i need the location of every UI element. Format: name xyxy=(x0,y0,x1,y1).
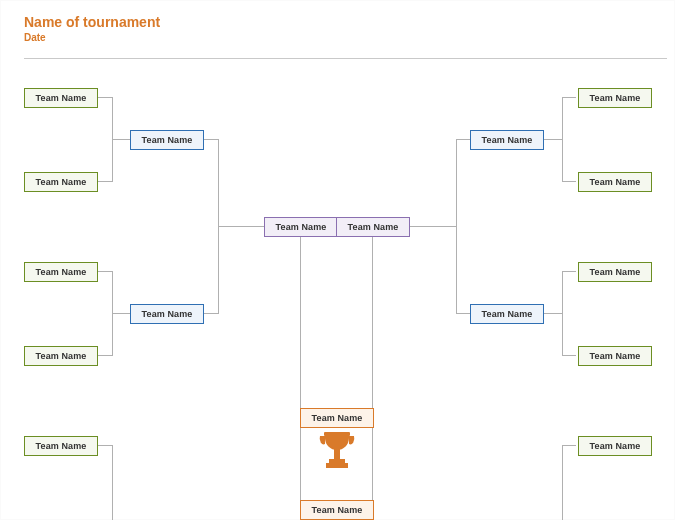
svg-rect-1 xyxy=(334,449,340,459)
team-slot-l2-2[interactable]: Team Name xyxy=(130,304,204,324)
team-slot-final-top[interactable]: Team Name xyxy=(300,408,374,428)
team-slot-r1-5[interactable]: Team Name xyxy=(578,436,652,456)
tournament-title: Name of tournament xyxy=(24,14,160,30)
svg-rect-2 xyxy=(329,459,345,463)
team-slot-l1-2[interactable]: Team Name xyxy=(24,172,98,192)
team-slot-r2-1[interactable]: Team Name xyxy=(470,130,544,150)
team-slot-semi-left[interactable]: Team Name xyxy=(264,217,338,237)
team-slot-r1-1[interactable]: Team Name xyxy=(578,88,652,108)
svg-rect-0 xyxy=(324,432,350,436)
trophy-icon xyxy=(316,430,358,482)
team-slot-r2-2[interactable]: Team Name xyxy=(470,304,544,324)
team-slot-l1-3[interactable]: Team Name xyxy=(24,262,98,282)
team-slot-semi-right[interactable]: Team Name xyxy=(336,217,410,237)
tournament-bracket-page: Name of tournament Date Team Name Team N… xyxy=(0,0,675,520)
tournament-date: Date xyxy=(24,32,46,43)
team-slot-l1-4[interactable]: Team Name xyxy=(24,346,98,366)
team-slot-l1-5[interactable]: Team Name xyxy=(24,436,98,456)
team-slot-final-bottom[interactable]: Team Name xyxy=(300,500,374,520)
svg-rect-3 xyxy=(326,463,348,468)
team-slot-l2-1[interactable]: Team Name xyxy=(130,130,204,150)
team-slot-r1-4[interactable]: Team Name xyxy=(578,346,652,366)
team-slot-l1-1[interactable]: Team Name xyxy=(24,88,98,108)
team-slot-r1-2[interactable]: Team Name xyxy=(578,172,652,192)
header-divider xyxy=(24,58,667,59)
team-slot-r1-3[interactable]: Team Name xyxy=(578,262,652,282)
